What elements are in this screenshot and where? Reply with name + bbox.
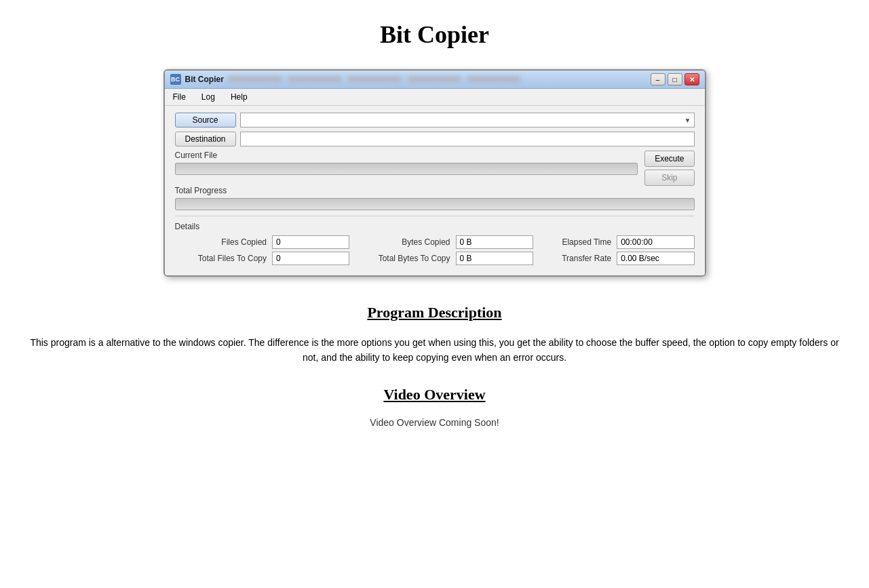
current-file-row: Current File Execute Skip [175, 151, 695, 186]
current-file-section: Current File [175, 151, 638, 180]
total-bytes-value: 0 B [456, 252, 533, 265]
blurred-extra-5 [467, 76, 521, 83]
window-container: BC Bit Copier – □ ✕ [20, 69, 849, 277]
video-coming-soon: Video Overview Coming Soon! [20, 417, 849, 428]
title-bar-left: BC Bit Copier [170, 74, 521, 85]
title-bar: BC Bit Copier – □ ✕ [165, 71, 705, 89]
elapsed-time-label: Elapsed Time [539, 237, 611, 247]
title-bar-buttons: – □ ✕ [651, 73, 699, 85]
files-copied-label: Files Copied [175, 237, 267, 247]
minimize-button[interactable]: – [651, 73, 665, 85]
title-bar-extras [228, 76, 521, 83]
destination-button[interactable]: Destination [175, 132, 236, 146]
blurred-extra-2 [288, 76, 342, 83]
close-button[interactable]: ✕ [684, 73, 699, 85]
page-title: Bit Copier [20, 14, 849, 49]
description-section: Program Description This program is a al… [20, 304, 849, 366]
transfer-rate-label: Transfer Rate [539, 254, 611, 263]
blurred-extra-1 [228, 76, 282, 83]
menu-help[interactable]: Help [228, 91, 250, 103]
details-label: Details [175, 222, 695, 231]
transfer-rate-value: 0.00 B/sec [617, 252, 694, 265]
total-progress-label: Total Progress [175, 186, 695, 195]
total-files-label: Total Files To Copy [175, 254, 267, 263]
details-section: Details Files Copied 0 Bytes Copied 0 B … [175, 216, 695, 265]
description-heading: Program Description [20, 304, 849, 321]
source-row: Source ▼ [175, 113, 695, 128]
source-button[interactable]: Source [175, 113, 236, 128]
current-file-label: Current File [175, 151, 638, 160]
total-progress-bar [175, 198, 695, 210]
blurred-extra-3 [347, 76, 402, 83]
window-body: Source ▼ Destination Current File [165, 106, 705, 275]
title-bar-text: Bit Copier [185, 75, 224, 84]
bytes-copied-label: Bytes Copied [355, 237, 450, 247]
total-files-value: 0 [272, 252, 349, 265]
menu-log[interactable]: Log [199, 91, 218, 103]
elapsed-time-value: 00:00:00 [617, 235, 694, 249]
maximize-button[interactable]: □ [668, 73, 682, 85]
files-copied-value: 0 [272, 235, 349, 249]
source-input[interactable]: ▼ [240, 113, 695, 128]
menu-bar: File Log Help [165, 89, 705, 106]
page-wrapper: Bit Copier BC Bit Copier [0, 0, 869, 455]
video-section: Video Overview Video Overview Coming Soo… [20, 386, 849, 428]
blurred-extra-4 [407, 76, 461, 83]
video-heading: Video Overview [20, 386, 849, 404]
bytes-copied-value: 0 B [456, 235, 533, 249]
details-grid: Files Copied 0 Bytes Copied 0 B Elapsed … [175, 235, 695, 265]
current-file-progress [175, 163, 638, 175]
execute-skip-area: Execute Skip [644, 151, 694, 186]
destination-input[interactable] [240, 132, 695, 146]
execute-button[interactable]: Execute [644, 151, 694, 167]
total-bytes-label: Total Bytes To Copy [355, 254, 450, 263]
app-icon: BC [170, 74, 181, 85]
skip-button[interactable]: Skip [644, 170, 694, 186]
menu-file[interactable]: File [170, 91, 189, 103]
description-body: This program is a alternative to the win… [28, 335, 842, 366]
app-window: BC Bit Copier – □ ✕ [163, 69, 706, 277]
destination-row: Destination [175, 132, 695, 146]
dropdown-arrow-icon: ▼ [684, 117, 691, 124]
